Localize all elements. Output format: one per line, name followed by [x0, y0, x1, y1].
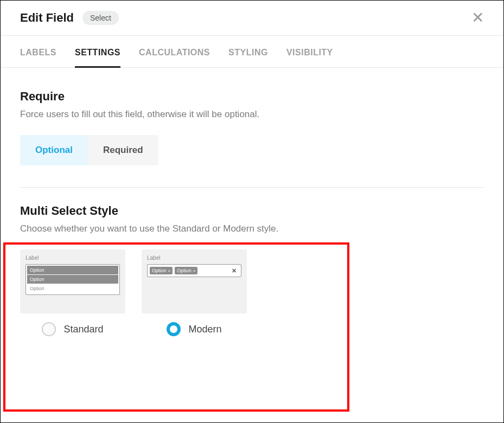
- preview-chip: Option×: [150, 267, 173, 274]
- style-preview-standard[interactable]: Label Option Option Option: [20, 249, 125, 313]
- preview-chip: Option×: [175, 267, 197, 274]
- radio-label: Modern: [188, 324, 221, 335]
- tab-settings[interactable]: SETTINGS: [75, 36, 120, 67]
- close-icon: ✕: [471, 9, 484, 26]
- dialog-header: Edit Field Select ✕: [1, 1, 503, 36]
- close-button[interactable]: ✕: [471, 10, 484, 25]
- tab-visibility[interactable]: VISIBILITY: [286, 36, 333, 67]
- tabs-nav: LABELS SETTINGS CALCULATIONS STYLING VIS…: [1, 36, 503, 68]
- preview-label: Label: [25, 255, 120, 261]
- radio-modern[interactable]: Modern: [142, 322, 247, 336]
- style-preview-modern[interactable]: Label Option× Option× ✕: [142, 249, 247, 313]
- radio-icon: [167, 322, 181, 336]
- require-toggle: Optional Required: [20, 135, 158, 165]
- multiselect-title: Multi Select Style: [20, 204, 484, 218]
- multiselect-desc: Choose whether you want to use the Stand…: [20, 223, 484, 234]
- preview-chip-row: Option× Option× ✕: [147, 264, 241, 277]
- require-title: Require: [20, 89, 484, 104]
- preview-option: Option: [27, 284, 118, 293]
- radio-icon: [42, 322, 56, 336]
- required-button[interactable]: Required: [88, 135, 158, 165]
- section-divider: [20, 187, 484, 188]
- clear-icon: ✕: [232, 267, 239, 274]
- field-type-badge: Select: [82, 11, 119, 25]
- dialog-title: Edit Field: [20, 11, 74, 25]
- chip-remove-icon: ×: [193, 268, 196, 273]
- preview-listbox: Option Option Option: [25, 264, 120, 295]
- radio-label: Standard: [63, 324, 103, 335]
- radio-standard[interactable]: Standard: [20, 322, 125, 336]
- preview-label: Label: [147, 255, 241, 261]
- tab-calculations[interactable]: CALCULATIONS: [139, 36, 210, 67]
- require-desc: Force users to fill out this field, othe…: [20, 109, 484, 120]
- chip-remove-icon: ×: [168, 268, 171, 273]
- optional-button[interactable]: Optional: [20, 135, 88, 165]
- preview-option: Option: [27, 275, 118, 284]
- tab-labels[interactable]: LABELS: [20, 36, 56, 67]
- tab-styling[interactable]: STYLING: [228, 36, 268, 67]
- preview-option: Option: [27, 266, 118, 274]
